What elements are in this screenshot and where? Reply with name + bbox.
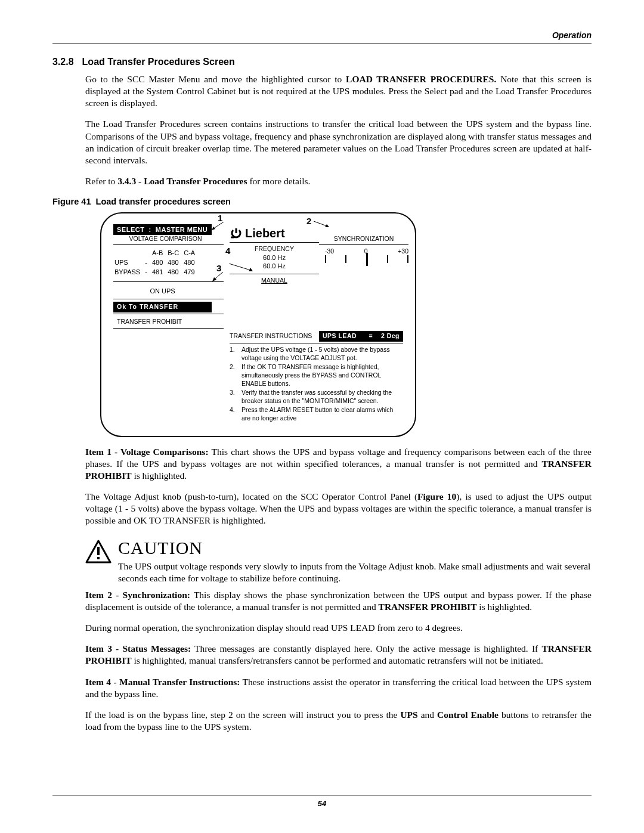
item1-para2: The Voltage Adjust knob (push-to-turn), … <box>85 491 592 527</box>
transfer-instruction-list: 1.Adjust the UPS voltage (1 - 5 volts) a… <box>230 346 403 423</box>
svg-line-2 <box>314 221 327 226</box>
power-icon <box>230 227 243 240</box>
para-2: The Load Transfer Procedures screen cont… <box>85 118 592 166</box>
svg-rect-10 <box>97 557 100 559</box>
item2-para: Item 2 - Synchronization: This display s… <box>85 589 592 613</box>
figure-caption: Figure 41 Load transfer procedures scree… <box>52 196 592 208</box>
frequency-label: FREQUENCY <box>230 245 319 253</box>
brand-logo: Liebert <box>230 225 319 241</box>
manual-label: MANUAL <box>230 277 319 285</box>
section-heading: 3.2.8Load Transfer Procedures Screen <box>52 56 592 69</box>
para-1: Go to the SCC Master Menu and move the h… <box>85 73 592 109</box>
svg-line-6 <box>229 264 250 270</box>
svg-rect-9 <box>97 547 100 555</box>
synchronization-label: SYNCHRONIZATION <box>319 235 408 243</box>
page-footer: 54 <box>52 795 592 809</box>
caution-text: The UPS output voltage responds very slo… <box>118 561 592 584</box>
caution-block: CAUTION The UPS output voltage responds … <box>85 536 592 584</box>
svg-line-0 <box>213 222 224 229</box>
caution-title: CAUTION <box>118 536 592 559</box>
voltage-comparison-label: VOLTAGE COMPARISON <box>113 235 230 243</box>
running-header: Operation <box>52 30 592 44</box>
callout-2-number: 2 <box>306 215 311 227</box>
transfer-instructions-label: TRANSFER INSTRUCTIONS <box>230 332 315 340</box>
voltage-table: A-B B-C C-A UPS- 480 480 480 BYPASS- <box>113 247 200 278</box>
callout-4-arrow <box>229 264 253 272</box>
status-ok-to-transfer: Ok To TRANSFER <box>113 302 212 312</box>
ups-lead-bar: UPS LEAD = 2 Deg <box>319 331 403 342</box>
callout-4-number: 4 <box>225 245 230 257</box>
sync-ticks <box>325 255 408 266</box>
status-on-ups: ON UPS <box>113 284 230 298</box>
screen-diagram: 1 2 3 4 SELECT : MASTER MENU VOLTAGE COM… <box>100 212 416 437</box>
svg-marker-1 <box>212 227 215 230</box>
item4-para1: Item 4 - Manual Transfer Instructions: T… <box>85 676 592 700</box>
callout-3-arrow <box>212 272 225 281</box>
callout-2-arrow <box>314 221 329 227</box>
item4-para2: If the load is on the bypass line, step … <box>85 709 592 733</box>
warning-triangle-icon <box>85 540 112 563</box>
para-3: Refer to 3.4.3 - Load Transfer Procedure… <box>85 175 592 187</box>
item3-para: Item 3 - Status Messages: Three messages… <box>85 643 592 667</box>
item2-para2: During normal operation, the synchroniza… <box>85 622 592 634</box>
item1-para1: Item 1 - Voltage Comparisons: This chart… <box>85 446 592 482</box>
select-master-menu-bar: SELECT : MASTER MENU <box>113 224 212 235</box>
status-transfer-prohibit: TRANSFER PROHIBIT <box>113 317 230 327</box>
frequency-ups: 60.0 Hz <box>230 253 319 262</box>
callout-1-arrow <box>212 222 225 230</box>
